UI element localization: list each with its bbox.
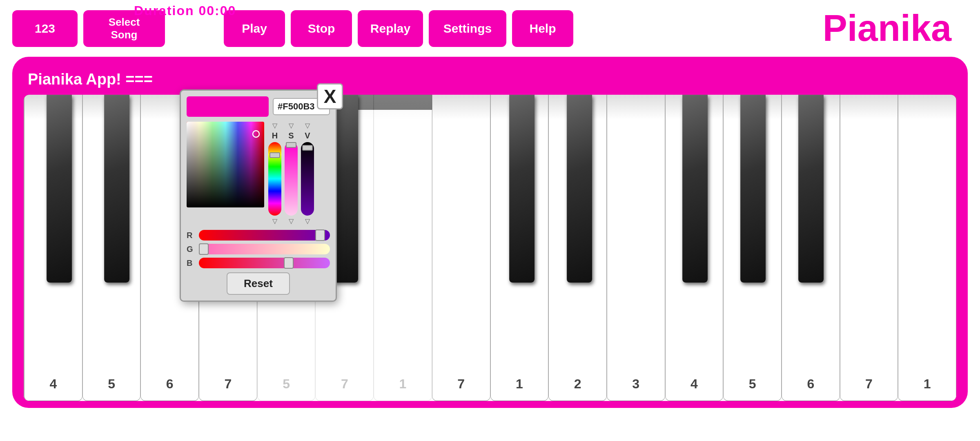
white-key-c3[interactable]: 7: [840, 95, 898, 401]
r-slider[interactable]: [199, 230, 330, 241]
s-slider[interactable]: [285, 142, 298, 216]
h-label: H: [272, 131, 278, 140]
btn-help[interactable]: Help: [512, 10, 573, 47]
g-label: G: [187, 245, 196, 254]
g-row: G: [187, 244, 330, 254]
s-label: S: [288, 131, 294, 140]
piano-keyboard: 4 5 6 7 5 7 1 7 1 2 3 4 5 6 7 1: [24, 95, 956, 401]
popup-header: [187, 96, 330, 117]
btn-settings[interactable]: Settings: [429, 10, 506, 47]
black-key-10[interactable]: [798, 95, 824, 283]
hsv-sliders: ▽ H ▽ ▽ S ▽ ▽ V ▽: [268, 122, 314, 225]
black-key-9[interactable]: [740, 95, 766, 283]
btn-stop[interactable]: Stop: [291, 10, 352, 47]
color-gradient-picker[interactable]: [187, 122, 264, 207]
toolbar: Duration 00:00 123 SelectSong Play Stop …: [0, 0, 980, 57]
black-key-1[interactable]: [47, 95, 72, 283]
black-key-8[interactable]: [682, 95, 708, 283]
h-arrow-down: ▽: [272, 217, 277, 225]
black-key-6[interactable]: [509, 95, 535, 283]
close-button[interactable]: X: [317, 83, 343, 109]
v-slider[interactable]: [301, 142, 314, 216]
gradient-svg: [187, 122, 264, 207]
r-label: R: [187, 231, 196, 240]
b-row: B: [187, 258, 330, 268]
v-label: V: [305, 131, 310, 140]
s-arrow-down: ▽: [289, 217, 294, 225]
black-key-2[interactable]: [104, 95, 129, 283]
b-label: B: [187, 258, 196, 268]
piano-wrapper: Pianika App! === 4 5 6 7 5 7 1 7 1 2 3: [12, 57, 968, 408]
color-preview-swatch: [187, 96, 269, 117]
duration-label: Duration 00:00: [134, 3, 236, 18]
v-arrow-down: ▽: [305, 217, 310, 225]
color-picker-popup: X: [180, 89, 337, 302]
btn-replay[interactable]: Replay: [358, 10, 423, 47]
white-key-f2[interactable]: 3: [607, 95, 665, 401]
piano-banner: Pianika App! ===: [24, 68, 956, 92]
s-slider-group: ▽ S ▽: [285, 122, 298, 225]
btn-123[interactable]: 123: [12, 10, 78, 47]
h-slider[interactable]: [268, 142, 281, 216]
r-row: R: [187, 230, 330, 241]
white-key-d3[interactable]: 1: [898, 95, 956, 401]
v-arrow-up: ▽: [305, 122, 310, 129]
app-container: Duration 00:00 123 SelectSong Play Stop …: [0, 0, 980, 441]
reset-button[interactable]: Reset: [227, 272, 290, 295]
v-slider-group: ▽ V ▽: [301, 122, 314, 225]
black-key-7[interactable]: [567, 95, 592, 283]
b-slider[interactable]: [199, 258, 330, 268]
rgb-section: R G B: [187, 230, 330, 268]
s-arrow-up: ▽: [289, 122, 294, 129]
app-title: Pianika: [823, 7, 968, 49]
h-arrow-up: ▽: [272, 122, 277, 129]
h-slider-group: ▽ H ▽: [268, 122, 281, 225]
color-picker-body: ▽ H ▽ ▽ S ▽ ▽ V ▽: [187, 122, 330, 225]
g-slider[interactable]: [199, 244, 330, 254]
white-key-b1[interactable]: 1: [374, 95, 432, 401]
white-key-c2[interactable]: 7: [432, 95, 490, 401]
